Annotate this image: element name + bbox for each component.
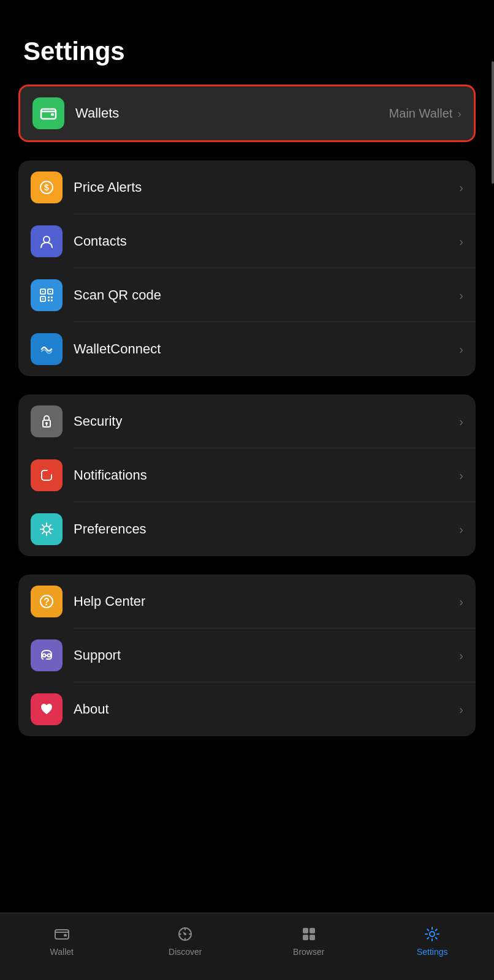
tab-wallet[interactable]: Wallet (37, 924, 86, 957)
tab-discover-label: Discover (169, 947, 202, 957)
svg-rect-33 (310, 935, 315, 940)
preferences-icon (31, 513, 63, 545)
support-icon (31, 639, 63, 671)
svg-rect-1 (51, 113, 54, 116)
help-center-label: Help Center (74, 594, 459, 609)
tab-browser[interactable]: Browser (284, 924, 333, 957)
svg-rect-30 (303, 928, 308, 933)
tab-settings-icon (422, 924, 442, 944)
about-chevron: › (459, 703, 463, 717)
contacts-row[interactable]: Contacts › (18, 214, 476, 268)
tab-discover-icon (175, 924, 195, 944)
svg-rect-32 (303, 935, 308, 940)
security-label: Security (74, 413, 459, 429)
scan-qr-icon (31, 279, 63, 311)
settings-group-2: Security › Notifications › (18, 394, 476, 556)
scan-qr-row[interactable]: Scan QR code › (18, 268, 476, 322)
wallets-chevron: › (457, 107, 462, 121)
svg-point-24 (43, 654, 46, 657)
wallets-row[interactable]: Wallets Main Wallet › (18, 85, 476, 142)
svg-text:$: $ (44, 183, 49, 192)
wallet-connect-label: WalletConnect (74, 341, 459, 357)
tab-browser-label: Browser (293, 947, 324, 957)
price-alerts-row[interactable]: $ Price Alerts › (18, 160, 476, 214)
svg-rect-8 (42, 291, 44, 292)
about-label: About (74, 701, 459, 717)
svg-rect-26 (55, 930, 69, 939)
notifications-row[interactable]: Notifications › (18, 448, 476, 502)
price-alerts-icon: $ (31, 172, 63, 203)
settings-group-3: ? Help Center › Support › (18, 575, 476, 736)
preferences-row[interactable]: Preferences › (18, 502, 476, 556)
about-icon (31, 693, 63, 725)
price-alerts-chevron: › (459, 181, 463, 195)
price-alerts-label: Price Alerts (74, 179, 459, 195)
help-center-chevron: › (459, 595, 463, 609)
tab-settings-label: Settings (417, 947, 448, 957)
tab-browser-icon (299, 924, 319, 944)
support-chevron: › (459, 649, 463, 663)
tab-wallet-label: Wallet (50, 947, 74, 957)
wallets-label: Wallets (75, 105, 389, 121)
settings-group-1: $ Price Alerts › Contacts › (18, 160, 476, 376)
svg-rect-27 (64, 934, 67, 937)
svg-point-25 (48, 654, 51, 657)
tab-discover[interactable]: Discover (161, 924, 210, 957)
wallets-value: Main Wallet (389, 107, 453, 121)
about-row[interactable]: About › (18, 682, 476, 736)
notifications-label: Notifications (74, 467, 459, 483)
tab-settings[interactable]: Settings (408, 924, 457, 957)
svg-point-34 (430, 932, 435, 937)
scan-qr-chevron: › (459, 288, 463, 303)
scroll-indicator (492, 61, 494, 184)
wallet-connect-icon (31, 333, 63, 365)
svg-text:?: ? (44, 597, 50, 607)
contacts-label: Contacts (74, 233, 459, 249)
tab-bar: Wallet Discover Browser (0, 913, 494, 980)
svg-rect-14 (51, 300, 53, 301)
security-row[interactable]: Security › (18, 394, 476, 448)
svg-point-16 (45, 422, 48, 424)
security-icon (31, 405, 63, 437)
preferences-label: Preferences (74, 521, 459, 537)
scan-qr-label: Scan QR code (74, 287, 459, 303)
wallet-icon (32, 97, 64, 129)
svg-rect-31 (310, 928, 315, 933)
svg-point-4 (44, 236, 50, 243)
svg-point-21 (44, 526, 50, 532)
wallet-connect-chevron: › (459, 342, 463, 356)
help-center-icon: ? (31, 586, 63, 617)
svg-rect-10 (50, 291, 51, 292)
contacts-chevron: › (459, 235, 463, 249)
page-title: Settings (18, 37, 476, 66)
support-row[interactable]: Support › (18, 628, 476, 682)
support-label: Support (74, 647, 459, 663)
security-chevron: › (459, 415, 463, 429)
contacts-icon (31, 225, 63, 257)
preferences-chevron: › (459, 522, 463, 537)
tab-wallet-icon (52, 924, 72, 944)
svg-point-20 (48, 469, 53, 474)
svg-rect-13 (48, 300, 50, 301)
notifications-chevron: › (459, 469, 463, 483)
help-center-row[interactable]: ? Help Center › (18, 575, 476, 628)
wallet-connect-row[interactable]: WalletConnect › (18, 322, 476, 376)
svg-rect-9 (42, 298, 44, 300)
svg-rect-12 (51, 296, 53, 298)
svg-rect-11 (48, 296, 50, 298)
notifications-icon (31, 459, 63, 491)
